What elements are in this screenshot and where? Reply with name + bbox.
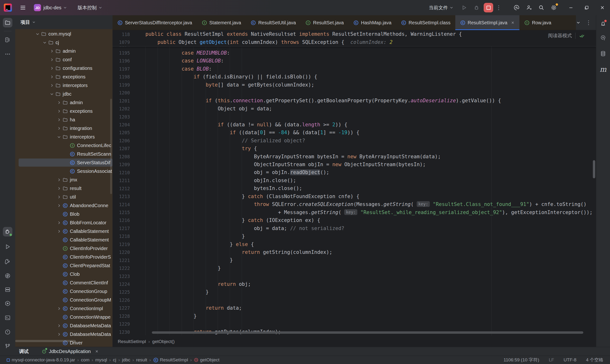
line-number[interactable]: 1226 xyxy=(113,296,130,304)
reader-mode-label[interactable]: 阅读器模式 xyxy=(548,32,572,39)
chevron-right-icon[interactable] xyxy=(56,202,62,208)
tree-item-ClientPreparedStat[interactable]: CClientPreparedStat xyxy=(15,261,113,270)
status-widget-4 个空格[interactable]: 4 个空格 xyxy=(586,357,603,363)
status-widget-1106:59 (10 字符)[interactable]: 1106:59 (10 字符) xyxy=(504,357,539,363)
line-number[interactable]: 1227 xyxy=(113,304,130,312)
hidden-tabs-chevron-icon[interactable] xyxy=(576,20,581,25)
line-number[interactable]: 1220 xyxy=(113,248,130,256)
project-tool-icon[interactable] xyxy=(3,18,13,27)
line-number[interactable]: 1216 xyxy=(113,216,130,224)
editor-breadcrumb-ResultSetImpl[interactable]: ResultSetImpl xyxy=(118,339,146,344)
chevron-right-icon[interactable] xyxy=(56,323,62,329)
chevron-down-icon[interactable] xyxy=(49,91,55,97)
chevron-right-icon[interactable] xyxy=(49,48,55,54)
line-number[interactable]: 1205 xyxy=(113,129,130,137)
status-breadcrumbs[interactable]: mysql-connector-java-8.0.19.jar›com›mysq… xyxy=(6,357,220,363)
chevron-right-icon[interactable] xyxy=(49,82,55,89)
line-number[interactable]: 118 xyxy=(113,30,130,38)
status-breadcrumb-ResultSetImpl[interactable]: CResultSetImpl xyxy=(153,357,188,363)
status-widget-LF[interactable]: LF xyxy=(549,357,554,363)
status-breadcrumb-mysql-connector-java-8.0.19.jar[interactable]: mysql-connector-java-8.0.19.jar xyxy=(6,357,75,363)
line-number[interactable]: 1229 xyxy=(113,320,130,328)
line-number[interactable]: 1201 xyxy=(113,97,130,105)
chevron-right-icon[interactable] xyxy=(56,125,62,131)
chevron-right-icon[interactable] xyxy=(56,220,62,226)
line-number[interactable]: 1228 xyxy=(113,312,130,320)
line-number[interactable]: 1207 xyxy=(113,145,130,153)
editor-horizontal-scrollbar[interactable] xyxy=(152,331,583,334)
tree-item-CommentClientInf[interactable]: CCommentClientInf xyxy=(15,278,113,287)
tree-item-AbandonedConne[interactable]: CAbandonedConne xyxy=(15,201,113,210)
tree-item-ConnectionGroup[interactable]: CConnectionGroup xyxy=(15,287,113,296)
maven-tool-icon[interactable]: m xyxy=(598,64,608,74)
tree-item-jdbc[interactable]: jdbc xyxy=(15,90,113,98)
chevron-right-icon[interactable] xyxy=(49,56,55,63)
tree-item-CallableStatement[interactable]: CCallableStatement xyxy=(15,227,113,235)
line-number[interactable]: 1219 xyxy=(113,241,130,248)
tree-item-cj[interactable]: cj xyxy=(15,38,113,47)
status-breadcrumb-jdbc[interactable]: jdbc xyxy=(122,357,130,363)
settings-gear-icon[interactable] xyxy=(548,2,559,13)
editor-breadcrumb-getObject()[interactable]: getObject() xyxy=(152,339,175,344)
tree-horizontal-scrollbar[interactable] xyxy=(15,340,75,342)
vcs-widget[interactable]: 版本控制 xyxy=(78,4,97,11)
git-tool-icon[interactable] xyxy=(3,342,13,351)
stop-button[interactable] xyxy=(484,3,493,13)
tree-item-result[interactable]: result xyxy=(15,184,113,193)
chevron-right-icon[interactable] xyxy=(56,99,62,106)
tree-item-com.mysql[interactable]: com.mysql xyxy=(15,30,113,38)
project-chevron-icon[interactable] xyxy=(63,5,67,10)
editor-vertical-scrollbar[interactable] xyxy=(593,160,595,178)
tree-item-interceptors[interactable]: interceptors xyxy=(15,132,113,141)
code-with-me-icon[interactable] xyxy=(524,2,534,13)
line-number[interactable]: 1225 xyxy=(113,288,130,296)
notifications-bell-icon[interactable] xyxy=(598,19,608,29)
project-panel-header[interactable]: 项目 xyxy=(15,15,113,29)
line-number[interactable]: 1206 xyxy=(113,137,130,145)
project-name[interactable]: jdbc-des xyxy=(43,5,62,11)
tree-item-BlobFromLocator[interactable]: CBlobFromLocator xyxy=(15,218,113,227)
line-number[interactable]: 1214 xyxy=(113,201,130,208)
line-number[interactable]: 1223 xyxy=(113,273,130,280)
line-number[interactable]: 1217 xyxy=(113,224,130,233)
debug-tab-close-icon[interactable] xyxy=(95,350,99,353)
database-tool-icon[interactable] xyxy=(598,49,608,58)
chevron-right-icon[interactable] xyxy=(56,228,62,234)
status-breadcrumb-cj[interactable]: cj xyxy=(113,357,116,363)
minimize-button[interactable] xyxy=(566,2,576,13)
line-number[interactable]: 1212 xyxy=(113,185,130,193)
tree-item-ClientInfoProviderS[interactable]: CClientInfoProviderS xyxy=(15,253,113,261)
tree-item-DatabaseMetaData[interactable]: CDatabaseMetaData xyxy=(15,330,113,338)
ai-assistant-icon[interactable] xyxy=(511,2,522,13)
terminal-tool-icon[interactable] xyxy=(3,313,13,323)
project-avatar[interactable]: JD xyxy=(34,4,41,11)
reader-mode-widget[interactable]: 阅读器模式 xyxy=(548,32,584,39)
commit-tool-icon[interactable] xyxy=(3,35,13,45)
line-number[interactable]: 1204 xyxy=(113,121,130,129)
problems-tool-icon[interactable] xyxy=(3,327,13,337)
tree-item-Clob[interactable]: CClob xyxy=(15,270,113,278)
chevron-right-icon[interactable] xyxy=(56,185,62,191)
line-number[interactable]: 1213 xyxy=(113,193,130,200)
run-tool-icon[interactable] xyxy=(3,242,13,251)
editor-area[interactable]: 1194 case TINYBLOB:1195 case MEDIUMBLOB:… xyxy=(113,15,596,347)
debug-tool-icon[interactable] xyxy=(3,227,13,236)
tree-item-Blob[interactable]: CBlob xyxy=(15,210,113,218)
tree-item-configurations[interactable]: configurations xyxy=(15,64,113,72)
chevron-down-icon[interactable] xyxy=(56,134,62,140)
line-number[interactable]: 1198 xyxy=(113,73,130,81)
project-header-chevron-icon[interactable] xyxy=(32,20,36,24)
tree-item-ServerStatusDif[interactable]: CServerStatusDif xyxy=(15,158,113,167)
line-number[interactable]: 1218 xyxy=(113,233,130,240)
chevron-right-icon[interactable] xyxy=(56,194,62,200)
tab-close-icon[interactable] xyxy=(511,21,515,25)
status-breadcrumb-getObject[interactable]: mgetObject xyxy=(194,357,219,363)
tree-item-ConnectionImpl[interactable]: CConnectionImpl xyxy=(15,304,113,313)
tree-item-SessionAssociat[interactable]: CSessionAssociat xyxy=(15,167,113,175)
more-tools-icon[interactable] xyxy=(3,49,13,59)
tree-vertical-scrollbar[interactable] xyxy=(110,99,112,194)
status-breadcrumb-mysql[interactable]: mysql xyxy=(95,357,107,363)
spring-run-dashboard-icon[interactable] xyxy=(3,299,13,308)
tree-item-conf[interactable]: conf xyxy=(15,55,113,64)
build-tool-icon[interactable] xyxy=(3,257,13,266)
